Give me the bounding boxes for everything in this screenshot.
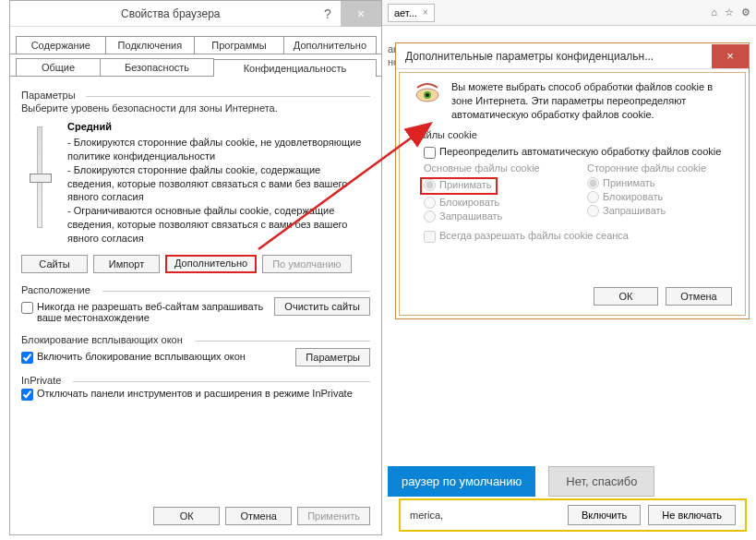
popup-blocker-label: Включить блокирование всплывающих окон [37,351,246,362]
clear-sites-button[interactable]: Очистить сайты [274,297,370,316]
popup-params-button[interactable]: Параметры [295,348,370,366]
browser-tab[interactable]: ает... × [388,4,435,22]
level-title: Средний [67,121,370,132]
props-title: Свойства браузера [121,7,221,20]
popup-section-label: Блокирование всплывающих окон [21,334,370,345]
tabs-row-top: Содержание Подключения Программы Дополни… [10,32,381,54]
adv-description: Вы можете выбрать способ обработки файло… [451,80,732,122]
adv-titlebar: Дополнительные параметры конфиденциальн.… [396,43,749,69]
adv-title: Дополнительные параметры конфиденциальн.… [405,50,654,63]
never-allow-location-checkbox[interactable] [21,302,33,314]
never-allow-location-label: Никогда не разрешать веб-сайтам запрашив… [37,301,267,323]
home-icon[interactable]: ⌂ [711,6,717,18]
first-party-block: Блокировать [424,197,569,209]
ok-button[interactable]: ОК [153,507,220,525]
inprivate-section-label: InPrivate [21,375,370,386]
inprivate-checkbox[interactable] [21,389,33,401]
cookies-label: Файлы cookie [413,129,732,140]
level-description: Выберите уровень безопасности для зоны И… [21,102,370,114]
default-button: По умолчанию [262,255,351,273]
first-party-prompt: Запрашивать [424,210,569,222]
third-party-block: Блокировать [587,191,732,203]
notification-bar: merica, Включить Не включать [399,498,747,532]
advanced-privacy-dialog: Дополнительные параметры конфиденциальн.… [395,42,750,319]
tabs-row-bottom: Общие Безопасность Конфиденциальность [10,54,381,77]
location-section-label: Расположение [21,284,370,295]
sites-button[interactable]: Сайты [21,255,88,273]
disable-button[interactable]: Не включать [648,505,736,525]
browser-tabbar: ает... × ⌂ ☆ ⚙ [382,0,756,26]
privacy-slider[interactable] [37,126,42,228]
tab-advanced[interactable]: Дополнительно [283,36,377,54]
cancel-button[interactable]: Отмена [225,507,292,525]
tab-title: ает... [394,7,417,18]
no-thanks-button[interactable]: Нет, спасибо [548,466,654,497]
set-default-button[interactable]: раузер по умолчанию [388,466,535,497]
apply-button: Применить [297,507,370,525]
close-icon[interactable]: × [341,1,381,27]
tab-general[interactable]: Общие [16,58,101,76]
slider-thumb[interactable] [30,174,52,183]
popup-blocker-checkbox[interactable] [21,352,33,364]
adv-close-icon[interactable]: × [712,44,749,68]
advanced-button[interactable]: Дополнительно [165,255,257,273]
first-party-accept[interactable]: Принимать [420,177,498,195]
favorites-icon[interactable]: ☆ [725,6,734,18]
first-party-head: Основные файлы cookie [424,162,569,174]
tab-privacy[interactable]: Конфиденциальность [213,59,377,77]
third-party-accept: Принимать [587,177,732,189]
notification-text: merica, [410,510,443,521]
import-button[interactable]: Импорт [93,255,160,273]
third-party-head: Сторонние файлы cookie [587,162,732,174]
default-browser-prompt: раузер по умолчанию Нет, спасибо [388,466,654,497]
session-checkbox [424,231,436,243]
tab-programs[interactable]: Программы [194,36,284,54]
adv-ok-button[interactable]: ОК [594,287,658,306]
tab-security[interactable]: Безопасность [100,58,214,76]
params-section-label: Параметры [21,90,370,101]
svg-point-2 [426,93,429,97]
props-titlebar: Свойства браузера ? × [10,1,381,27]
inprivate-label: Отключать панели инструментов и расширен… [37,388,353,399]
browser-toolbar-icons: ⌂ ☆ ⚙ [711,6,750,18]
browser-properties-dialog: Свойства браузера ? × Содержание Подключ… [9,0,382,535]
adv-cancel-button[interactable]: Отмена [666,287,732,306]
override-checkbox[interactable] [424,147,436,159]
privacy-eye-icon [413,80,442,106]
level-body: - Блокируются сторонние файлы cookie, не… [67,136,370,246]
tab-content[interactable]: Содержание [16,36,106,54]
settings-icon[interactable]: ⚙ [741,6,750,18]
session-label: Всегда разрешать файлы cookie сеанса [439,230,629,241]
enable-button[interactable]: Включить [568,505,641,525]
tab-close-icon[interactable]: × [423,7,428,18]
third-party-prompt: Запрашивать [587,205,732,217]
tab-connections[interactable]: Подключения [105,36,196,54]
override-label: Переопределить автоматическую обработку … [439,146,721,157]
help-icon[interactable]: ? [315,6,341,21]
